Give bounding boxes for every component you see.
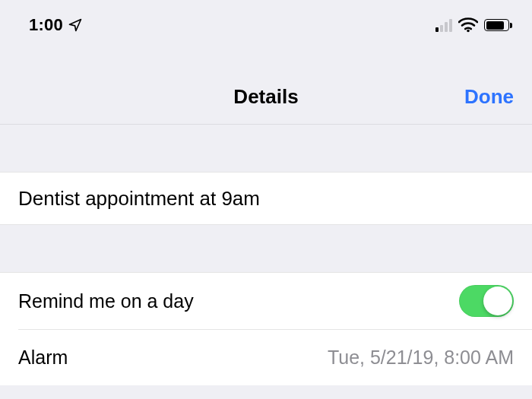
remind-on-day-label: Remind me on a day xyxy=(18,290,194,312)
page-title: Details xyxy=(233,85,298,109)
status-left: 1:00 xyxy=(29,15,83,35)
reminder-title-cell[interactable] xyxy=(0,172,532,225)
location-arrow-icon xyxy=(68,17,83,33)
status-time: 1:00 xyxy=(29,15,63,35)
alarm-label: Alarm xyxy=(18,347,68,369)
wifi-icon xyxy=(458,17,478,33)
alarm-value: Tue, 5/21/19, 8:00 AM xyxy=(328,347,514,369)
section-spacer xyxy=(0,225,532,272)
remind-on-day-row: Remind me on a day xyxy=(0,273,532,329)
done-button[interactable]: Done xyxy=(464,85,514,109)
settings-group: Remind me on a day Alarm Tue, 5/21/19, 8… xyxy=(0,272,532,385)
nav-bar: Details Done xyxy=(0,43,532,125)
remind-on-day-toggle[interactable] xyxy=(459,285,514,317)
alarm-row[interactable]: Alarm Tue, 5/21/19, 8:00 AM xyxy=(0,329,532,385)
section-spacer xyxy=(0,125,532,172)
svg-point-0 xyxy=(467,30,470,33)
battery-icon xyxy=(484,19,512,31)
status-right xyxy=(435,17,512,33)
status-bar: 1:00 xyxy=(0,0,532,43)
cell-signal-icon xyxy=(435,19,452,32)
reminder-title-input[interactable] xyxy=(18,187,514,211)
